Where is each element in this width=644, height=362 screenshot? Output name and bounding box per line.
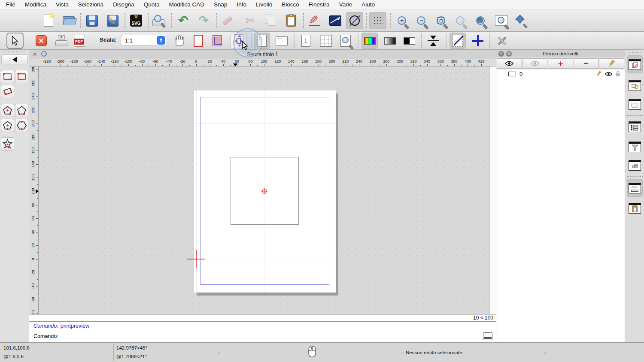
scale-select[interactable]: 1:1 ▲▼ [121, 35, 167, 46]
redo-button[interactable]: ↷ [195, 12, 212, 29]
black-white-icon [404, 37, 415, 45]
menu-item-disegna[interactable]: Disegna [113, 1, 134, 8]
add-layer-button[interactable]: ＋ [548, 58, 573, 69]
layer-list-panel-button[interactable] [627, 55, 643, 73]
v-ruler-label: 240 [31, 93, 35, 100]
draw-line-button[interactable] [327, 12, 344, 29]
pan-hand-button[interactable] [171, 33, 187, 49]
menu-item-modifica-cad[interactable]: Modifica CAD [169, 1, 204, 8]
zoom-window-button[interactable] [493, 12, 510, 29]
menu-item-vista[interactable]: Vista [56, 1, 69, 8]
fit-vertically-button[interactable] [425, 33, 441, 49]
polygon-two-vertices-icon [16, 105, 27, 116]
hide-all-layers-button[interactable] [522, 58, 548, 69]
zoom-previous-button[interactable]: ← [472, 12, 489, 29]
block-list-panel-button[interactable] [627, 76, 643, 94]
zoom-auto-button[interactable]: ▢ [432, 12, 450, 29]
menu-item-snap[interactable]: Snap [214, 1, 228, 8]
command-input[interactable]: Comando: [29, 330, 496, 342]
polar-relative: @1.7088<21° [116, 354, 147, 359]
layer-lock-icon[interactable] [615, 71, 620, 77]
menu-item-livello[interactable]: Livello [256, 1, 272, 8]
separator [171, 13, 172, 28]
command-line-panel-button[interactable] [627, 179, 643, 197]
rectangle-rotated-button[interactable] [1, 85, 14, 98]
open-file-button[interactable] [61, 12, 78, 29]
command-trigger-panel-button[interactable] [627, 156, 643, 174]
new-document-button[interactable] [40, 12, 57, 29]
delete-button[interactable] [219, 12, 236, 29]
layer-row[interactable]: 0 [496, 69, 625, 78]
crosshair-button[interactable] [470, 33, 486, 49]
draw-pen-button[interactable]: ✎ [306, 12, 323, 29]
select-arrow-button[interactable] [6, 33, 24, 49]
save-as-button[interactable]: ✎ [104, 12, 121, 29]
menu-item-file[interactable]: File [6, 1, 15, 8]
zoom-out-button[interactable]: − [413, 12, 430, 29]
menu-item-finestra[interactable]: Finestra [309, 1, 330, 8]
show-paper-button[interactable] [190, 33, 207, 49]
cut-button[interactable]: ✂ [242, 12, 259, 29]
show-all-layers-button[interactable] [497, 58, 522, 69]
menu-item-varie[interactable]: Varie [339, 1, 352, 8]
command-panel-icon[interactable] [483, 332, 492, 340]
library-browser-panel-button[interactable] [627, 95, 643, 113]
draw-ellipse-button[interactable] [346, 12, 363, 29]
hexagon-two-points-button[interactable] [15, 119, 28, 132]
export-pdf-button[interactable]: PDF [72, 33, 88, 49]
polygon-two-vertices-button[interactable] [15, 104, 28, 117]
grid-toggle-button[interactable] [369, 12, 386, 29]
menu-item-quota[interactable]: Quota [144, 1, 160, 8]
menu-item-seleziona[interactable]: Seleziona [78, 1, 103, 8]
h-ruler-label: -160 [84, 59, 91, 63]
export-svg-button[interactable]: ♛ SVG [128, 12, 145, 29]
vertical-scrollbar[interactable] [489, 66, 496, 314]
v-ruler-label: -40 [31, 284, 35, 289]
save-button[interactable] [83, 12, 100, 29]
draft-mode-button[interactable] [450, 33, 466, 49]
remove-layer-button[interactable]: − [574, 58, 599, 69]
back-button[interactable] [1, 54, 28, 64]
polygon-center-vertex-button[interactable] [1, 104, 14, 117]
dock-drag-handle[interactable] [629, 51, 641, 53]
layer-edit-pencil-icon[interactable] [596, 71, 602, 77]
coordinate-relative: @1.6,0.6 [3, 354, 24, 359]
zoom-in-button[interactable]: + [393, 12, 410, 29]
full-color-button[interactable] [361, 33, 378, 49]
property-editor-panel-button[interactable] [627, 118, 643, 136]
rectangle-corner-button[interactable] [15, 70, 28, 83]
h-ruler-label: 280 [383, 59, 389, 63]
menu-item-info[interactable]: Info [237, 1, 247, 8]
paste-button[interactable] [283, 12, 300, 29]
rectangle-size-button[interactable] [1, 70, 14, 83]
polygon-center-side-button[interactable] [1, 119, 14, 132]
grayscale-button[interactable] [382, 33, 398, 49]
drawing-canvas[interactable] [39, 66, 489, 314]
single-page-button[interactable]: 1 [298, 33, 314, 49]
close-print-preview-button[interactable]: ✕ [33, 33, 49, 49]
selection-filter-panel-button[interactable] [627, 138, 643, 156]
edit-layer-button[interactable] [599, 58, 624, 69]
stepper-icon[interactable]: ▲▼ [157, 36, 165, 45]
h-ruler-label: 200 [329, 59, 335, 63]
black-white-button[interactable] [401, 33, 417, 49]
star-button[interactable] [1, 137, 14, 151]
print-preview-button[interactable] [150, 12, 167, 29]
menu-item-aiuto[interactable]: Aiuto [361, 1, 375, 8]
zoom-pan-button[interactable]: ✥ [512, 12, 529, 29]
v-ruler-label: 80 [31, 203, 35, 207]
landscape-button[interactable] [273, 33, 290, 49]
copy-button[interactable] [262, 12, 279, 29]
zoom-page-button[interactable] [337, 33, 354, 49]
multi-page-button[interactable] [318, 33, 334, 49]
layer-visibility-eye-icon[interactable] [605, 72, 612, 76]
zoom-selection-button[interactable]: ⌜⌟ [452, 12, 469, 29]
show-margins-button[interactable] [210, 33, 226, 49]
print-button[interactable] [53, 33, 70, 49]
undo-button[interactable]: ↶ [175, 12, 192, 29]
palette-drag-handle[interactable] [2, 51, 26, 53]
menu-item-modifica[interactable]: Modifica [25, 1, 46, 8]
menu-item-blocco[interactable]: Blocco [282, 1, 299, 8]
clipboard-panel-button[interactable] [627, 199, 643, 217]
settings-button[interactable] [494, 33, 510, 49]
